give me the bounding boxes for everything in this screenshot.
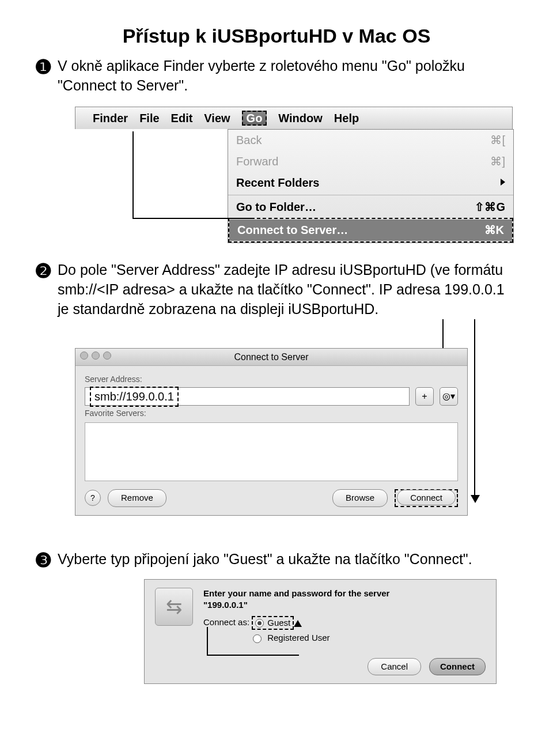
finder-menu-figure: Finder File Edit View Go Window Help Bac… [75,107,513,243]
add-favorite-button[interactable]: + [415,387,434,406]
menu-view[interactable]: View [204,111,230,126]
step-3-number: ❸ [35,550,52,571]
step-3-text: Vyberte typ připojení jako "Guest" a uka… [58,550,472,569]
auth-connect-button[interactable]: Connect [429,658,486,675]
step-3: ❸ Vyberte typ připojení jako "Guest" a u… [35,550,518,571]
go-back-shortcut: ⌘[ [490,133,505,148]
address-highlight: smb://199.0.0.1 [90,387,179,407]
go-forward[interactable]: Forward ⌘] [228,151,513,172]
callout-arrow-connect [471,495,480,503]
remove-button[interactable]: Remove [108,489,166,506]
callout-line-connect [474,319,475,495]
menu-file[interactable]: File [139,111,159,126]
auth-prompt: Enter your name and password for the ser… [203,588,486,610]
menu-window[interactable]: Window [278,111,322,126]
go-dropdown: Back ⌘[ Forward ⌘] Recent Folders Go to … [228,129,514,243]
connect-server-label: Connect to Server… [237,222,348,238]
history-button[interactable]: ◎▾ [440,387,458,406]
menu-separator [228,195,513,195]
connect-server-shortcut: ⌘K [484,222,504,238]
go-to-folder[interactable]: Go to Folder… ⇧⌘G [228,196,513,218]
server-address-input[interactable]: smb://199.0.0.1 [85,387,410,406]
page-title: Přístup k iUSBportuHD v Mac OS [35,23,518,50]
go-back[interactable]: Back ⌘[ [228,130,513,151]
connect-as-label: Connect as: [203,617,249,627]
browse-button[interactable]: Browse [332,489,388,506]
favorite-servers-list[interactable] [85,422,458,481]
callout-line-guest [207,627,299,656]
connect-button-highlight: Connect [395,489,458,507]
step-1: ❶ V okně aplikace Finder vyberte z rolet… [35,56,518,96]
dialog-title: Connect to Server [234,352,309,362]
window-buttons[interactable] [80,351,111,360]
connect-to-server-highlight: Connect to Server… ⌘K [228,218,513,243]
step-1-text: V okně aplikace Finder vyberte z roletov… [58,56,518,96]
go-connect-server[interactable]: Connect to Server… ⌘K [229,220,512,241]
network-icon: ⇆ [155,588,193,626]
help-button[interactable]: ? [85,490,101,506]
callout-arrow-guest [294,620,302,627]
connect-to-server-dialog: Connect to Server Server Address: smb://… [75,348,468,516]
go-recent[interactable]: Recent Folders [228,172,513,194]
step-2-number: ❷ [35,260,52,282]
menu-edit[interactable]: Edit [171,111,193,126]
go-to-folder-shortcut: ⇧⌘G [475,199,505,215]
step-2-text: Do pole "Server Address" zadejte IP adre… [58,260,518,319]
chevron-right-icon [501,179,505,186]
dialog-titlebar: Connect to Server [75,349,467,366]
menu-finder[interactable]: Finder [93,111,128,126]
connect-button[interactable]: Connect [397,490,456,505]
menu-go[interactable]: Go [242,111,267,126]
step-2: ❷ Do pole "Server Address" zadejte IP ad… [35,260,518,319]
connect-dialog-figure: Connect to Server Server Address: smb://… [75,331,513,532]
callout-line [132,131,253,219]
menu-help[interactable]: Help [334,111,359,126]
auth-dialog: ⇆ Enter your name and password for the s… [144,579,497,684]
cancel-button[interactable]: Cancel [368,658,421,675]
favorite-servers-label: Favorite Servers: [85,408,458,419]
step-1-number: ❶ [35,56,52,78]
mac-menubar: Finder File Edit View Go Window Help [75,107,513,129]
guest-radio[interactable] [255,619,264,628]
server-address-label: Server Address: [85,374,458,385]
go-forward-shortcut: ⌘] [490,154,505,169]
